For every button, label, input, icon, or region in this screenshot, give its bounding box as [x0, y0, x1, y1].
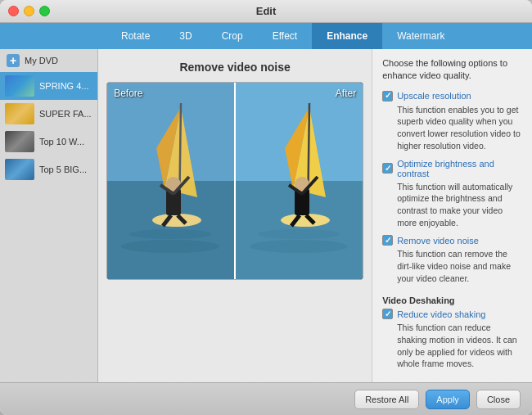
- svg-point-17: [250, 240, 348, 253]
- before-label: Before: [114, 88, 142, 99]
- option-deshake: Reduce video shaking This function can r…: [382, 309, 522, 370]
- desc-noise: This function can remove the dirt-like v…: [397, 248, 522, 284]
- thumbnail-super: [5, 103, 34, 124]
- add-dvd-button[interactable]: + My DVD: [0, 49, 97, 72]
- checkbox-brightness[interactable]: [382, 163, 393, 174]
- window-controls: [8, 6, 50, 16]
- center-panel: Remove video noise Before: [98, 49, 372, 382]
- sidebar-label-top5: Top 5 BIG...: [39, 165, 87, 174]
- svg-point-22: [281, 214, 330, 227]
- option-brightness: Optimize brightness and contrast This fu…: [382, 159, 522, 229]
- svg-point-18: [258, 229, 340, 239]
- option-noise: Remove video noise This function can rem…: [382, 235, 522, 284]
- preview-before: Before: [107, 83, 234, 279]
- label-upscale[interactable]: Upscale resolution: [397, 91, 471, 101]
- tab-enhance[interactable]: Enhance: [312, 23, 382, 49]
- checkbox-upscale[interactable]: [382, 91, 393, 101]
- close-button[interactable]: Close: [476, 390, 521, 409]
- thumbnail-top10: [5, 131, 34, 152]
- sidebar-label-spring: SPRING 4...: [39, 81, 89, 91]
- tab-bar: Rotate 3D Crop Effect Enhance Watermark: [0, 23, 532, 49]
- thumbnail-spring: [5, 75, 34, 97]
- deshaking-section-header: Video Deshaking: [382, 295, 522, 305]
- sidebar-label-top10: Top 10 W...: [39, 137, 84, 147]
- enhance-intro: Choose the following options to enhance …: [382, 57, 522, 83]
- window: Edit Rotate 3D Crop Effect Enhance Water…: [0, 0, 532, 415]
- svg-rect-14: [107, 83, 234, 279]
- sidebar-item-top5[interactable]: Top 5 BIG...: [0, 156, 97, 183]
- desc-upscale: This function enables you to get superb …: [397, 104, 522, 152]
- right-panel: Choose the following options to enhance …: [372, 49, 532, 382]
- label-brightness[interactable]: Optimize brightness and contrast: [397, 159, 522, 178]
- plus-icon: +: [7, 54, 20, 67]
- desc-deshake: This function can reduce shaking motion …: [397, 322, 522, 370]
- checkbox-noise[interactable]: [382, 235, 393, 246]
- add-dvd-label: My DVD: [25, 56, 58, 65]
- window-title: Edit: [256, 5, 277, 17]
- label-noise[interactable]: Remove video noise: [397, 236, 479, 246]
- titlebar: Edit: [0, 0, 532, 23]
- tab-rotate[interactable]: Rotate: [106, 23, 165, 49]
- sidebar: + My DVD SPRING 4... SUPER FA... Top 10 …: [0, 49, 98, 382]
- option-deshake-row: Reduce video shaking: [382, 309, 522, 319]
- desc-brightness: This function will automatically optimiz…: [397, 181, 522, 229]
- sidebar-label-super: SUPER FA...: [39, 109, 92, 119]
- option-upscale: Upscale resolution This function enables…: [382, 91, 522, 152]
- after-label: After: [336, 88, 356, 99]
- option-brightness-row: Optimize brightness and contrast: [382, 159, 522, 178]
- sidebar-item-top10[interactable]: Top 10 W...: [0, 128, 97, 156]
- tab-effect[interactable]: Effect: [258, 23, 312, 49]
- label-deshake[interactable]: Reduce video shaking: [397, 309, 485, 319]
- sidebar-item-super[interactable]: SUPER FA...: [0, 100, 97, 128]
- minimize-window-button[interactable]: [24, 6, 34, 16]
- tab-crop[interactable]: Crop: [207, 23, 258, 49]
- thumbnail-top5: [5, 159, 34, 180]
- sidebar-item-spring[interactable]: SPRING 4...: [0, 72, 97, 100]
- maximize-window-button[interactable]: [39, 6, 50, 16]
- after-image: [236, 83, 363, 279]
- option-noise-row: Remove video noise: [382, 235, 522, 246]
- bottom-bar: Restore All Apply Close: [0, 382, 532, 415]
- panel-title: Remove video noise: [179, 61, 290, 74]
- apply-button[interactable]: Apply: [426, 390, 470, 409]
- preview-container: Before: [106, 82, 363, 280]
- restore-all-button[interactable]: Restore All: [354, 390, 419, 409]
- tab-watermark[interactable]: Watermark: [382, 23, 459, 49]
- close-window-button[interactable]: [8, 6, 19, 16]
- preview-after: After: [236, 83, 363, 279]
- main-content: + My DVD SPRING 4... SUPER FA... Top 10 …: [0, 49, 532, 382]
- option-upscale-row: Upscale resolution: [382, 91, 522, 101]
- checkbox-deshake[interactable]: [382, 309, 393, 319]
- before-image: [107, 83, 234, 279]
- tab-3d[interactable]: 3D: [165, 23, 206, 49]
